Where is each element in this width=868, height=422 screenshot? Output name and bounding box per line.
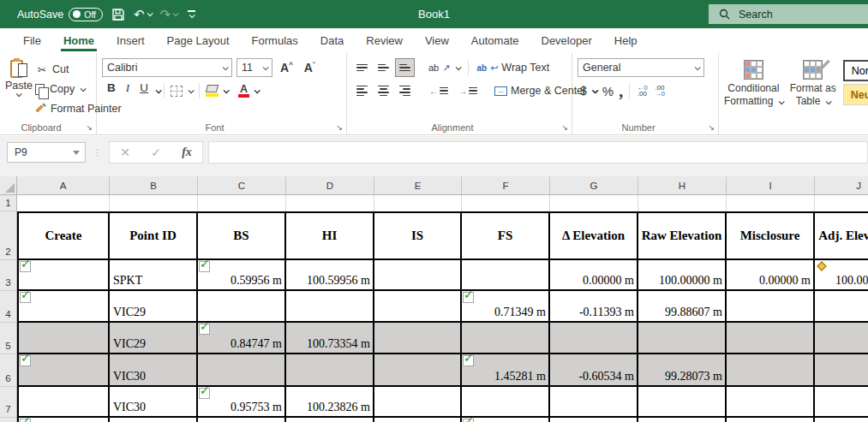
dialog-launcher-icon[interactable]: ↘ [86, 123, 93, 132]
cell-G2[interactable]: Δ Elevation [550, 211, 638, 260]
cell-E3[interactable] [374, 260, 462, 291]
tab-automate[interactable]: Automate [460, 28, 530, 53]
wrap-text-button[interactable]: ab↩Wrap Text [474, 58, 552, 77]
cell-B7[interactable]: VIC30 [110, 387, 198, 418]
cell-F5[interactable] [462, 323, 550, 354]
align-right-button[interactable] [395, 81, 415, 100]
underline-button[interactable]: U [135, 81, 153, 100]
cell-B4[interactable]: VIC29 [110, 291, 198, 323]
row-header-4[interactable]: 4 [0, 291, 17, 323]
cell-A4[interactable]: ✓ [17, 291, 110, 323]
cell-E6[interactable] [374, 354, 462, 387]
cell-C5[interactable]: ✓0.84747 m [198, 323, 286, 354]
cell-D4[interactable] [286, 291, 374, 323]
tab-view[interactable]: View [414, 28, 460, 53]
enter-button[interactable]: ✓ [151, 146, 161, 159]
checkbox-F4[interactable]: ✓ [463, 292, 474, 303]
middle-align-button[interactable] [374, 58, 393, 77]
cell-D6[interactable] [286, 354, 374, 387]
borders-button[interactable] [168, 81, 195, 100]
orientation-button[interactable]: ab↗ [426, 58, 463, 77]
column-header-I[interactable]: I [727, 176, 815, 195]
accounting-format-button[interactable]: $ [578, 81, 600, 100]
cell-A8[interactable]: ✓ [17, 418, 110, 422]
font-size-combo[interactable]: 11 [236, 58, 272, 77]
search-box[interactable]: Search [709, 4, 868, 24]
cell-D5[interactable]: 100.73354 m [286, 323, 374, 354]
tab-review[interactable]: Review [355, 28, 414, 53]
row-header-5[interactable]: 5 [0, 323, 17, 354]
bottom-align-button[interactable] [395, 58, 415, 77]
cell-C8[interactable] [198, 418, 286, 422]
font-color-button[interactable]: A [236, 81, 252, 100]
tab-developer[interactable]: Developer [530, 28, 603, 53]
checkbox-A8[interactable]: ✓ [20, 419, 31, 422]
cell-H1[interactable] [638, 195, 727, 211]
cell-I7[interactable] [727, 387, 815, 418]
undo-button[interactable]: ↶ [134, 7, 152, 22]
tab-page-layout[interactable]: Page Layout [156, 28, 241, 53]
align-left-button[interactable] [352, 81, 372, 100]
decrease-font-button[interactable]: Aˇ [301, 61, 319, 74]
error-indicator-icon[interactable] [817, 261, 826, 270]
cell-H2[interactable]: Raw Elevation [638, 211, 727, 260]
cell-J8[interactable] [815, 418, 868, 422]
checkbox-F8[interactable]: ✓ [463, 419, 474, 422]
comma-style-button[interactable]: , [616, 81, 626, 100]
cell-F2[interactable]: FS [462, 211, 550, 260]
cell-E1[interactable] [374, 195, 462, 211]
column-header-G[interactable]: G [550, 176, 638, 195]
percent-style-button[interactable]: % [600, 81, 616, 100]
cell-A6[interactable]: ✓ [17, 354, 110, 387]
insert-function-button[interactable]: fx [182, 146, 192, 159]
cell-B2[interactable]: Point ID [110, 211, 198, 260]
cell-D8[interactable] [286, 418, 374, 422]
column-header-J[interactable]: J [815, 176, 868, 195]
decrease-indent-button[interactable]: ← [425, 81, 452, 100]
cell-C3[interactable]: ✓0.59956 m [198, 260, 286, 291]
cell-I8[interactable] [727, 418, 815, 422]
cell-style-normal[interactable]: Normal [843, 60, 868, 81]
cell-G6[interactable]: -0.60534 m [550, 354, 638, 387]
cell-G3[interactable]: 0.00000 m [550, 260, 638, 291]
decrease-decimal-button[interactable]: .00→0 [651, 85, 668, 97]
cell-G5[interactable] [550, 323, 638, 354]
conditional-formatting-button[interactable]: Conditional Formatting [724, 58, 783, 120]
cell-J7[interactable] [815, 387, 868, 418]
paste-button[interactable]: Paste [5, 58, 33, 120]
name-box[interactable]: P9 [7, 142, 86, 163]
checkbox-A3[interactable]: ✓ [20, 261, 31, 272]
checkbox-A6[interactable]: ✓ [20, 355, 31, 366]
cell-D2[interactable]: HI [286, 211, 374, 260]
select-all-button[interactable] [0, 176, 17, 195]
cell-E2[interactable]: IS [374, 211, 462, 260]
increase-font-button[interactable]: A^ [277, 61, 296, 74]
formula-input[interactable] [208, 141, 868, 163]
cell-B6[interactable]: VIC30 [110, 354, 198, 387]
cell-J6[interactable] [815, 354, 868, 387]
column-header-C[interactable]: C [198, 176, 286, 195]
fill-color-button[interactable] [203, 81, 221, 100]
cell-B5[interactable]: VIC29 [110, 323, 198, 354]
top-align-button[interactable] [352, 58, 372, 77]
cell-I2[interactable]: Misclosure [727, 211, 815, 260]
cell-C4[interactable] [198, 291, 286, 323]
font-name-combo[interactable]: Calibri [102, 58, 232, 77]
chevron-down-icon[interactable] [156, 87, 162, 93]
cell-J1[interactable] [815, 195, 868, 211]
cell-H7[interactable] [638, 387, 727, 418]
format-as-table-button[interactable]: Format as Table [790, 58, 836, 120]
checkbox-C5[interactable]: ✓ [199, 324, 210, 335]
cell-A7[interactable] [17, 387, 110, 418]
chevron-down-icon[interactable] [224, 87, 230, 93]
cell-H8[interactable] [638, 418, 727, 422]
cell-E7[interactable] [374, 387, 462, 418]
cell-G7[interactable] [550, 387, 638, 418]
cell-I4[interactable] [727, 291, 815, 323]
row-header-2[interactable]: 2 [0, 211, 17, 260]
cancel-button[interactable]: ✕ [120, 146, 130, 159]
row-header-8[interactable]: 8 [0, 418, 17, 422]
cell-F1[interactable] [462, 195, 550, 211]
align-center-button[interactable] [374, 81, 393, 100]
cell-I6[interactable] [727, 354, 815, 387]
